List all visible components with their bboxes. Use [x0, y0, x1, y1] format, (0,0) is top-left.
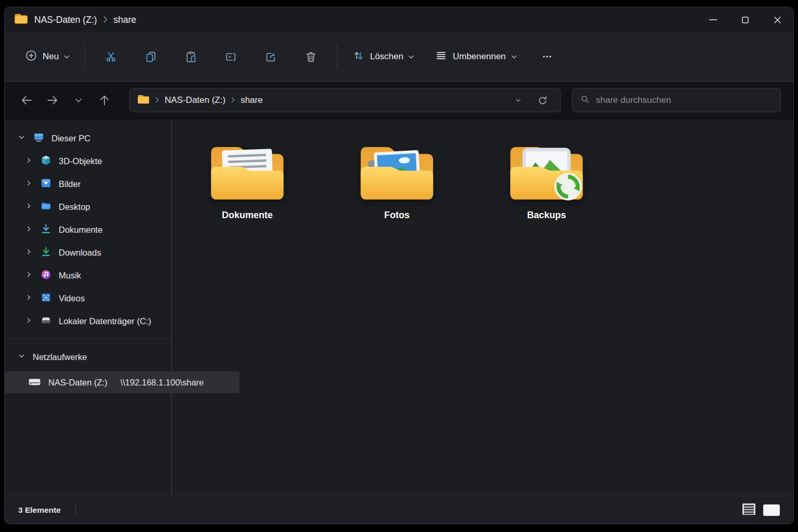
chevron-down-icon	[511, 51, 517, 62]
new-button[interactable]: Neu	[18, 44, 76, 70]
sidebar-label: Bilder	[59, 179, 81, 189]
item-count: 3 Elemente	[18, 506, 61, 515]
cut-button[interactable]	[94, 45, 128, 69]
address-bar[interactable]: NAS-Daten (Z:) share	[129, 88, 561, 112]
large-icons-view-button[interactable]	[763, 504, 780, 516]
sidebar-section-label: Netzlaufwerke	[33, 352, 87, 362]
refresh-button[interactable]	[533, 95, 553, 106]
pictures-icon	[40, 177, 52, 191]
nas-drive-label: NAS-Daten (Z:)	[48, 378, 108, 388]
breadcrumb-chevron-icon	[155, 95, 159, 105]
plus-circle-icon	[25, 49, 37, 64]
chevron-collapsed-icon[interactable]	[24, 316, 33, 327]
sort-button-label: Löschen	[370, 51, 403, 62]
sidebar-item-music[interactable]: Musik	[5, 264, 171, 287]
photos-folder-icon	[353, 139, 441, 205]
command-toolbar: Neu	[5, 32, 793, 81]
delete-button[interactable]	[294, 45, 328, 69]
file-label: Fotos	[384, 210, 410, 221]
explorer-window: NAS-Daten (Z:) share Neu	[4, 7, 794, 524]
sidebar-item-this-pc[interactable]: Dieser PC	[5, 127, 171, 150]
chevron-collapsed-icon[interactable]	[24, 247, 33, 258]
paste-button[interactable]	[174, 45, 208, 69]
window-folder-icon	[14, 13, 28, 27]
file-tile-backups[interactable]: Backups	[502, 139, 591, 221]
forward-button[interactable]	[43, 91, 62, 110]
title-path-current: share	[114, 15, 137, 25]
breadcrumb-segment-share[interactable]: share	[241, 95, 263, 105]
share-icon	[264, 50, 277, 63]
file-label: Dokumente	[222, 210, 273, 221]
title-path-root: NAS-Daten (Z:)	[34, 15, 97, 25]
chevron-expanded-icon[interactable]	[17, 133, 26, 144]
sidebar-item-desktop[interactable]: Desktop	[5, 195, 171, 218]
recent-locations-button[interactable]	[69, 91, 88, 110]
close-button[interactable]	[761, 7, 793, 32]
documents-folder-icon	[203, 139, 291, 205]
file-label: Backups	[527, 210, 566, 221]
chevron-collapsed-icon[interactable]	[24, 224, 33, 235]
sidebar-item-downloads[interactable]: Downloads	[5, 241, 171, 264]
share-button[interactable]	[254, 45, 288, 69]
hard-drive-icon	[40, 314, 52, 328]
sort-button[interactable]: Löschen	[345, 44, 421, 70]
statusbar-divider	[75, 504, 76, 516]
breadcrumb-chevron-icon	[231, 95, 235, 105]
rename-button[interactable]	[214, 45, 248, 69]
sidebar-label: Musik	[59, 271, 81, 281]
chevron-down-icon	[64, 51, 70, 62]
paste-icon	[184, 50, 197, 63]
title-chevron-icon	[103, 15, 108, 25]
address-folder-icon	[137, 94, 150, 107]
titlebar: NAS-Daten (Z:) share	[5, 7, 793, 32]
chevron-expanded-icon[interactable]	[17, 352, 26, 363]
address-dropdown-button[interactable]	[510, 98, 527, 103]
copy-button[interactable]	[134, 45, 168, 69]
search-input[interactable]	[596, 95, 773, 105]
sidebar-item-pictures[interactable]: Bilder	[5, 172, 171, 195]
this-pc-icon	[33, 131, 45, 145]
file-tile-dokumente[interactable]: Dokumente	[203, 139, 291, 221]
sync-badge-icon	[554, 173, 582, 201]
sidebar-item-3d-objects[interactable]: 3D-Objekte	[5, 150, 171, 172]
sidebar-label: Dokumente	[59, 225, 102, 235]
sidebar-section-network-drives[interactable]: Netzlaufwerke	[5, 345, 171, 368]
chevron-down-icon	[408, 51, 414, 62]
new-button-label: Neu	[43, 51, 59, 62]
desktop-icon	[40, 200, 52, 214]
backup-folder-icon	[502, 139, 591, 205]
chevron-collapsed-icon[interactable]	[24, 179, 33, 190]
view-button-label: Umbenennen	[453, 51, 506, 62]
status-bar: 3 Elemente	[5, 496, 793, 524]
chevron-collapsed-icon[interactable]	[24, 270, 33, 281]
files-view: Dokumente	[172, 119, 793, 496]
ellipsis-icon	[541, 50, 553, 63]
nas-drive-path: \\192.168.1.100\share	[121, 378, 204, 388]
sidebar-item-nas-drive-selected[interactable]: NAS-Daten (Z:) \\192.168.1.100\share	[5, 371, 240, 393]
details-view-button[interactable]	[742, 503, 756, 517]
sort-arrows-icon	[352, 49, 365, 64]
toolbar-separator-2	[337, 45, 337, 69]
chevron-collapsed-icon[interactable]	[24, 202, 33, 212]
minimize-button[interactable]	[697, 7, 729, 32]
more-options-button[interactable]	[530, 45, 564, 68]
view-button[interactable]: Umbenennen	[428, 44, 523, 70]
documents-arrow-icon	[40, 223, 52, 237]
3d-cube-icon	[40, 154, 52, 168]
back-button[interactable]	[17, 91, 36, 110]
scissors-icon	[104, 50, 117, 63]
breadcrumb-segment-drive[interactable]: NAS-Daten (Z:)	[165, 95, 225, 105]
chevron-collapsed-icon[interactable]	[24, 293, 33, 304]
navigation-bar: NAS-Daten (Z:) share	[5, 81, 793, 119]
network-drive-icon	[28, 376, 42, 390]
maximize-button[interactable]	[729, 7, 761, 32]
sidebar-label: Lokaler Datenträger (C:)	[59, 316, 151, 326]
file-tile-fotos[interactable]: Fotos	[353, 139, 441, 221]
search-icon	[580, 94, 590, 107]
rename-icon	[224, 50, 237, 63]
sidebar-item-documents[interactable]: Dokumente	[5, 218, 171, 241]
sidebar-item-local-disk-c[interactable]: Lokaler Datenträger (C:)	[5, 310, 171, 332]
sidebar-item-videos[interactable]: Videos	[5, 287, 171, 310]
up-button[interactable]	[95, 91, 114, 110]
chevron-collapsed-icon[interactable]	[24, 156, 33, 167]
